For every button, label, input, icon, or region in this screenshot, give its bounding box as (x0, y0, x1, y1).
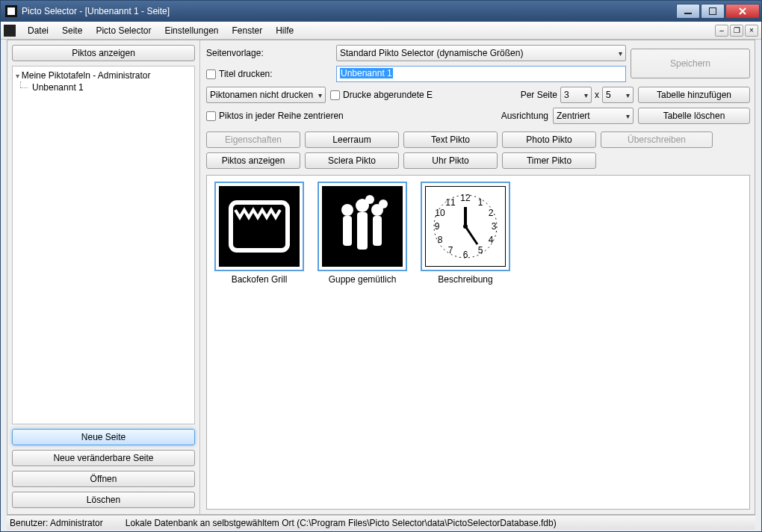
piktotafeln-tree[interactable]: Meine Piktotafeln - Administrator Unbena… (12, 66, 195, 424)
piktos-anzeigen-button[interactable]: Piktos anzeigen (12, 45, 195, 61)
right-panel: Seitenvorlage: Standard Pikto Selector (… (200, 40, 755, 514)
ausrichtung-select[interactable]: Zentriert (553, 108, 634, 124)
tree-root[interactable]: Meine Piktotafeln - Administrator (14, 69, 193, 81)
text-pikto-button[interactable]: Text Pikto (403, 132, 498, 148)
svg-text:3: 3 (492, 221, 497, 232)
piktos-anzeigen-button-2[interactable]: Piktos anzeigen (206, 152, 300, 169)
svg-rect-1 (684, 13, 692, 14)
titel-drucken-label: Titel drucken: (219, 69, 273, 79)
maximize-button[interactable] (701, 4, 725, 19)
mdi-close-button[interactable]: × (745, 25, 758, 37)
picto-item[interactable]: 1212 345 678 91011 Beschreibung (419, 182, 512, 285)
close-button[interactable] (725, 4, 760, 19)
ausrichtung-label: Ausrichtung (501, 111, 548, 121)
piktonamen-select[interactable]: Piktonamen nicht drucken (206, 87, 326, 103)
app-window: Picto Selector - [Unbenannt 1 - Seite] D… (0, 0, 762, 532)
group-icon (322, 186, 403, 267)
menu-app-icon (4, 25, 16, 37)
oven-icon (219, 186, 300, 267)
svg-text:5: 5 (478, 245, 483, 256)
app-icon (5, 5, 17, 17)
picto-area[interactable]: Backofen Grill (206, 175, 750, 510)
svg-point-27 (463, 224, 468, 229)
checkbox-icon (206, 111, 216, 121)
svg-point-10 (365, 195, 374, 204)
menu-einstellungen[interactable]: Einstellungen (158, 24, 224, 37)
menu-seite[interactable]: Seite (56, 24, 88, 37)
svg-text:11: 11 (445, 197, 456, 208)
picto-label: Backofen Grill (232, 274, 288, 285)
per-seite-width-select[interactable]: 3 (560, 87, 592, 103)
picto-item[interactable]: Backofen Grill (213, 182, 306, 285)
menubar: Datei Seite Picto Selector Einstellungen… (1, 22, 761, 40)
ueberschreiben-button[interactable]: Überschreiben (601, 132, 713, 148)
titlebar[interactable]: Picto Selector - [Unbenannt 1 - Seite] (1, 1, 761, 22)
neue-veraenderbare-seite-button[interactable]: Neue veränderbare Seite (12, 450, 195, 466)
sclera-pikto-button[interactable]: Sclera Pikto (305, 152, 399, 169)
tabelle-loeschen-button[interactable]: Tabelle löschen (638, 108, 750, 124)
menu-datei[interactable]: Datei (22, 24, 55, 37)
status-db: Lokale Datenbank an selbstgewähltem Ort … (126, 518, 557, 528)
picto-label: Beschreibung (438, 274, 492, 285)
leerraum-button[interactable]: Leerraum (305, 132, 399, 148)
content-area: Piktos anzeigen Meine Piktotafeln - Admi… (7, 40, 755, 515)
svg-text:8: 8 (438, 235, 443, 245)
svg-point-11 (379, 200, 388, 208)
minimize-button[interactable] (676, 4, 700, 19)
svg-rect-2 (709, 7, 716, 15)
picto-item[interactable]: Guppe gemütlich (316, 182, 409, 285)
speichern-button[interactable]: Speichern (631, 49, 750, 78)
svg-text:10: 10 (435, 208, 445, 218)
clock-icon: 1212 345 678 91011 (425, 186, 506, 267)
svg-text:12: 12 (460, 193, 471, 203)
svg-text:1: 1 (478, 197, 483, 208)
per-seite-x: x (595, 90, 599, 100)
window-title: Picto Selector - [Unbenannt 1 - Seite] (22, 6, 676, 16)
checkbox-icon (206, 69, 216, 79)
tree-child[interactable]: Unbenannt 1 (14, 81, 193, 93)
oeffnen-button[interactable]: Öffnen (12, 471, 195, 487)
timer-pikto-button[interactable]: Timer Pikto (502, 152, 596, 169)
zentrieren-checkbox[interactable]: Piktos in jeder Reihe zentrieren (206, 111, 344, 121)
seitenvorlage-label: Seitenvorlage: (206, 48, 332, 58)
svg-rect-5 (343, 216, 352, 246)
mdi-minimize-button[interactable]: – (715, 25, 728, 37)
statusbar: Benutzer: Administrator Lokale Datenbank… (7, 515, 755, 530)
svg-text:4: 4 (489, 235, 494, 245)
svg-point-4 (341, 204, 353, 216)
seitenvorlage-select[interactable]: Standard Pikto Selector (dynamische Größ… (336, 45, 626, 61)
picto-label: Guppe gemütlich (329, 274, 397, 285)
tabelle-hinzufuegen-button[interactable]: Tabelle hinzufügen (638, 87, 750, 103)
drucke-abgerundet-label: Drucke abgerundete E (343, 90, 433, 100)
loeschen-button[interactable]: Löschen (12, 492, 195, 508)
svg-text:2: 2 (489, 208, 494, 218)
titel-drucken-checkbox[interactable]: Titel drucken: (206, 69, 332, 79)
drucke-abgerundet-checkbox[interactable]: Drucke abgerundete E (330, 90, 433, 100)
mdi-restore-button[interactable]: ❐ (730, 25, 743, 37)
menu-fenster[interactable]: Fenster (226, 24, 268, 37)
svg-rect-7 (357, 212, 368, 250)
svg-rect-9 (373, 216, 382, 246)
per-seite-height-select[interactable]: 5 (602, 87, 634, 103)
titel-input[interactable]: Unbenannt 1 (336, 66, 626, 82)
svg-text:7: 7 (448, 245, 453, 256)
svg-text:6: 6 (463, 250, 468, 260)
menu-picto-selector[interactable]: Picto Selector (90, 24, 157, 37)
svg-text:9: 9 (435, 221, 440, 232)
svg-line-26 (465, 226, 477, 244)
photo-pikto-button[interactable]: Photo Pikto (502, 132, 596, 148)
zentrieren-label: Piktos in jeder Reihe zentrieren (219, 111, 344, 121)
per-seite-label: Per Seite (521, 90, 557, 100)
status-user: Benutzer: Administrator (10, 518, 103, 528)
menu-hilfe[interactable]: Hilfe (270, 24, 300, 37)
uhr-pikto-button[interactable]: Uhr Pikto (403, 152, 498, 169)
neue-seite-button[interactable]: Neue Seite (12, 429, 195, 445)
eigenschaften-button[interactable]: Eigenschaften (206, 132, 300, 148)
left-panel: Piktos anzeigen Meine Piktotafeln - Admi… (7, 40, 200, 514)
checkbox-icon (330, 90, 340, 100)
